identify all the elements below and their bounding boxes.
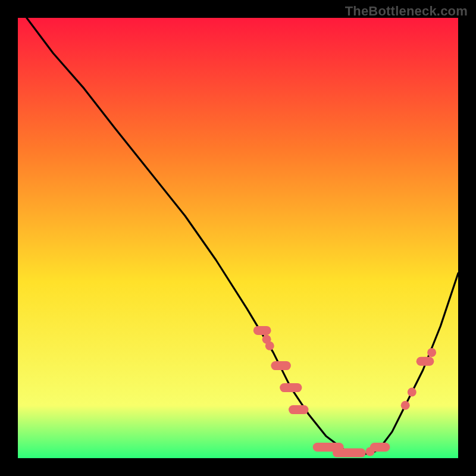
data-point bbox=[401, 401, 410, 410]
data-point bbox=[265, 342, 274, 350]
data-point bbox=[408, 388, 416, 397]
plot-area bbox=[18, 18, 458, 458]
data-point bbox=[427, 348, 436, 357]
chart-frame: TheBottleneck.com bbox=[0, 0, 476, 476]
chart-svg bbox=[18, 18, 458, 458]
watermark-text: TheBottleneck.com bbox=[345, 4, 468, 19]
gradient-background bbox=[18, 18, 458, 458]
